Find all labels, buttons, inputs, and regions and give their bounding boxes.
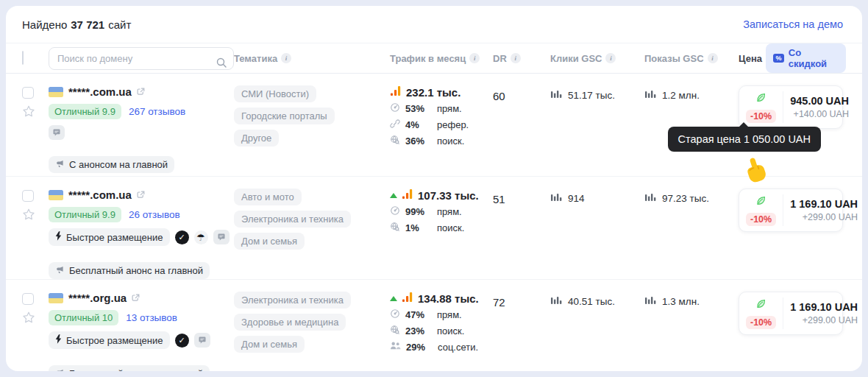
topic-tag: СМИ (Новости) (234, 85, 316, 102)
topic-tag: Электроника и техника (234, 211, 351, 228)
select-all-checkbox[interactable] (22, 51, 24, 65)
reviews-link[interactable]: 13 отзывов (126, 312, 177, 323)
price-card[interactable]: -10% 1 169.10 UAH +299.00 UAH (739, 292, 843, 335)
col-impressions-label: Показы GSC (644, 53, 704, 64)
bars-icon (644, 191, 656, 205)
comment-icon[interactable] (194, 333, 210, 348)
megaphone-icon (55, 368, 65, 371)
social-traffic-icon (390, 341, 401, 353)
row-checkbox[interactable] (22, 293, 34, 305)
traffic-bars-icon (402, 188, 413, 202)
search-traffic-icon (390, 325, 400, 337)
search-traffic-icon (390, 135, 400, 147)
found-count: 37 721 (71, 18, 104, 31)
ukraine-flag-icon (49, 293, 63, 303)
traffic-cell: 134.88 тыс. 47% прям. 23% поиск. 29% соц… (390, 292, 493, 371)
price-value: 1 169.10 UAH (790, 198, 858, 210)
check-circle-icon[interactable]: ✓ (175, 230, 189, 244)
domain-search (49, 52, 234, 64)
ukraine-flag-icon (49, 87, 63, 97)
col-clicks-label: Клики GSC (550, 53, 602, 64)
reviews-link[interactable]: 26 отзывов (129, 209, 180, 220)
announce-tag: Бесплатный анонс на главной (49, 262, 210, 279)
price-extra: +140.00 UAH (794, 109, 849, 119)
traffic-bars-icon (402, 292, 413, 305)
demo-signup-link[interactable]: Записаться на демо (743, 18, 843, 30)
table-row: *****.com.ua Отличный 9.9 26 отзывов Быс… (6, 177, 862, 280)
dr-value: 72 (493, 292, 550, 371)
dr-value: 60 (493, 85, 550, 176)
topic-tag: Дом и семья (234, 233, 305, 250)
price-value: 1 169.10 UAH (790, 301, 858, 313)
info-icon[interactable]: i (708, 53, 718, 63)
table-row: *****.org.ua Отличный 10 13 отзывов Быст… (6, 280, 862, 371)
domain-link[interactable]: *****.org.ua (49, 292, 140, 304)
announce-tag: Бесплатный анонс на главной (49, 365, 210, 371)
gsc-clicks-value: 914 (568, 193, 585, 204)
leaf-icon (755, 297, 767, 313)
fast-placement-tag: Быстрое размещение (49, 228, 170, 246)
ukraine-flag-icon (49, 190, 63, 200)
trend-up-icon (390, 193, 397, 198)
bars-icon (550, 295, 562, 309)
info-icon[interactable]: i (511, 53, 521, 63)
price-card[interactable]: -10% 1 169.10 UAH +299.00 UAH (739, 188, 843, 232)
traffic-bars-icon (390, 85, 402, 99)
bars-icon (550, 191, 562, 205)
rating-badge: Отличный 10 (49, 310, 118, 325)
price-extra: +299.00 UAH (803, 212, 858, 222)
external-link-icon[interactable] (137, 85, 145, 98)
traffic-cell: 232.1 тыс. 53% прям. 4% рефер. 36% поиск… (390, 85, 493, 176)
gsc-impressions-value: 1.3 млн. (662, 296, 700, 307)
favorite-star-icon[interactable] (22, 208, 35, 224)
discount-filter-toggle[interactable]: % Со скидкой (766, 43, 846, 73)
topic-tag: Электроника и техника (234, 292, 351, 309)
table-header: Тематика i Трафик в месяц i DR i Клики G… (6, 43, 862, 74)
topbar: Найдено 37 721 сайт Записаться на демо (6, 6, 862, 43)
reviews-link[interactable]: 267 отзывов (129, 106, 185, 117)
dr-value: 51 (493, 188, 550, 279)
col-price-label: Цена (739, 53, 762, 64)
price-card[interactable]: -10% 945.00 UAH +140.00 UAH (739, 85, 843, 129)
table-row: *****.com.ua Отличный 9.9 267 отзывов (6, 74, 862, 177)
discount-badge: -10% (746, 110, 776, 123)
traffic-value: 107.33 тыс. (418, 189, 479, 202)
found-suffix: сайт (108, 18, 131, 31)
lightning-icon (55, 231, 62, 243)
domain-link[interactable]: *****.com.ua (49, 85, 145, 98)
direct-traffic-icon (390, 102, 400, 115)
discount-badge: -10% (746, 316, 776, 329)
col-topic-label: Тематика (234, 53, 277, 64)
favorite-star-icon[interactable] (22, 105, 35, 121)
check-circle-icon[interactable]: ✓ (175, 334, 189, 348)
search-input[interactable] (49, 47, 234, 70)
price-value: 945.00 UAH (790, 95, 849, 107)
leaf-icon (755, 91, 767, 107)
gsc-impressions-value: 97.23 тыс. (662, 193, 709, 204)
comment-icon[interactable] (49, 125, 65, 140)
domain-link[interactable]: *****.com.ua (49, 188, 145, 201)
traffic-cell: 107.33 тыс. 99% прям. 1% поиск. (390, 188, 493, 279)
comment-icon[interactable] (213, 230, 230, 244)
col-traffic-label: Трафик в месяц (390, 53, 466, 64)
info-icon[interactable]: i (469, 53, 480, 63)
direct-traffic-icon (390, 205, 400, 218)
results-count: Найдено 37 721 сайт (22, 18, 131, 31)
gsc-clicks-value: 40.51 тыс. (568, 296, 615, 307)
megaphone-icon (55, 159, 65, 170)
info-icon[interactable]: i (605, 53, 616, 63)
external-link-icon[interactable] (132, 292, 140, 304)
percent-coupon-icon: % (773, 54, 784, 63)
fast-placement-tag: Быстрое размещение (49, 331, 170, 349)
info-icon[interactable]: i (281, 53, 291, 63)
topics-cell: Авто и мото Электроника и техника Дом и … (234, 188, 390, 279)
old-price-tooltip: Старая цена 1 050.00 UAH (668, 127, 821, 152)
trend-up-icon (390, 296, 397, 301)
found-prefix: Найдено (22, 18, 67, 31)
topics-cell: Электроника и техника Здоровье и медицин… (234, 292, 390, 371)
row-checkbox[interactable] (22, 87, 34, 99)
row-checkbox[interactable] (22, 190, 34, 202)
external-link-icon[interactable] (137, 188, 145, 201)
umbrella-icon[interactable]: ☂ (194, 230, 208, 244)
favorite-star-icon[interactable] (22, 311, 35, 327)
